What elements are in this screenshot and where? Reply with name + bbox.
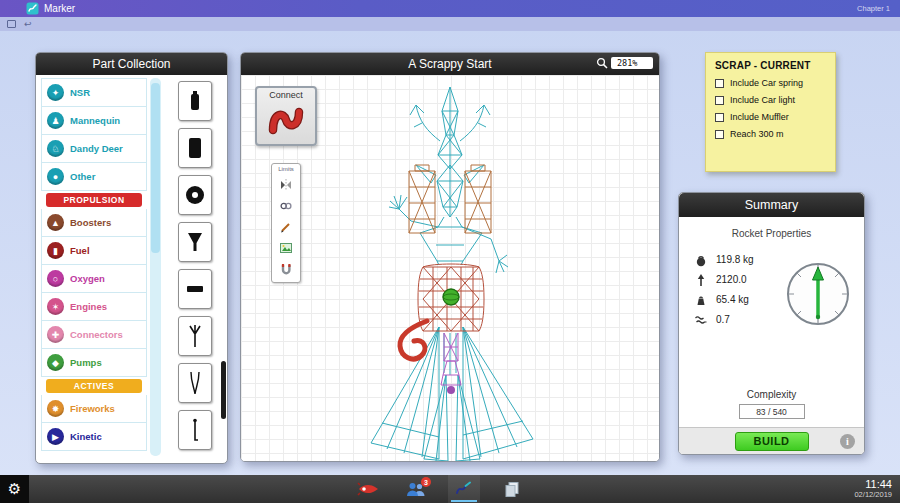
category-oxygen[interactable]: ○ Oxygen xyxy=(41,265,147,293)
category-other-icon: ● xyxy=(47,168,64,185)
category-fireworks[interactable]: ✸ Fireworks xyxy=(41,395,147,423)
app-logo-icon xyxy=(26,2,39,15)
objective-muffler[interactable]: Include Muffler xyxy=(715,112,826,122)
complexity-value: 83 / 540 xyxy=(739,404,805,419)
marker-icon xyxy=(455,481,473,497)
category-fuel-icon: ▮ xyxy=(47,242,64,259)
stat-mass: 119.8 kg xyxy=(694,253,754,266)
texture-tool-icon[interactable] xyxy=(278,240,294,256)
section-banner-actives: ACTIVES xyxy=(46,379,142,393)
clock-area: 11:44 02/12/2019 xyxy=(854,478,892,499)
rocket-properties-label: Rocket Properties xyxy=(679,228,864,239)
thumbnail-wheel-part[interactable] xyxy=(178,175,212,215)
selected-part-card[interactable]: Connect xyxy=(255,86,317,146)
workshop-header: A Scrappy Start 281% xyxy=(241,53,659,75)
thumbnail-plate-part[interactable] xyxy=(178,269,212,309)
checkbox-icon[interactable] xyxy=(715,96,724,105)
link-tool-icon[interactable] xyxy=(278,198,294,214)
category-list: ✦ NSR ♟ Mannequin ♘ Dandy Deer ● Other P… xyxy=(41,78,147,463)
plate-part-icon xyxy=(184,275,206,303)
rocket-stats: 119.8 kg 2120.0 65.4 kg xyxy=(694,253,754,326)
category-fireworks-icon: ✸ xyxy=(47,400,64,417)
objective-reach-300m[interactable]: Reach 300 m xyxy=(715,129,826,139)
thumbnail-clamp-part[interactable] xyxy=(178,363,212,403)
whisk-part-icon xyxy=(184,322,206,350)
battery-part-icon xyxy=(184,87,206,115)
category-pumps[interactable]: ◆ Pumps xyxy=(41,349,147,377)
zoom-control[interactable]: 281% xyxy=(596,57,653,69)
taskbar-copy-app[interactable] xyxy=(496,475,528,503)
complexity-label: Complexity xyxy=(679,389,864,400)
tool-palette-label: Limits xyxy=(278,166,294,172)
menu-strip: ↩ xyxy=(0,17,900,31)
category-connectors[interactable]: ✚ Connectors xyxy=(41,321,147,349)
zoom-level[interactable]: 281% xyxy=(611,57,653,69)
workshop-panel: A Scrappy Start 281% xyxy=(240,52,660,462)
app-window: Marker Chapter 1 ↩ Part Collection ✦ NSR… xyxy=(0,0,900,503)
thumbnail-block-part[interactable] xyxy=(178,128,212,168)
part-thumbnail-list xyxy=(164,78,225,463)
checkbox-icon[interactable] xyxy=(715,130,724,139)
category-boosters[interactable]: ▲ Boosters xyxy=(41,209,147,237)
category-dandy-deer-icon: ♘ xyxy=(47,140,64,157)
build-button[interactable]: BUILD xyxy=(735,432,809,451)
category-scrollbar[interactable] xyxy=(150,78,161,456)
date: 02/12/2019 xyxy=(854,490,892,499)
clamp-part-icon xyxy=(184,369,206,397)
stability-gauge xyxy=(781,257,855,331)
clock: 11:44 xyxy=(854,478,892,490)
notification-badge: 3 xyxy=(421,477,431,487)
copy-icon xyxy=(504,481,520,497)
category-pumps-icon: ◆ xyxy=(47,354,64,371)
thrust-icon xyxy=(694,273,708,287)
category-boosters-icon: ▲ xyxy=(47,214,64,231)
category-engines[interactable]: ✶ Engines xyxy=(41,293,147,321)
workshop-title: A Scrappy Start xyxy=(408,57,491,71)
taskbar-marker-app-active[interactable] xyxy=(448,475,480,503)
window-menu-icon[interactable] xyxy=(7,20,16,28)
category-dandy-deer[interactable]: ♘ Dandy Deer xyxy=(41,135,147,163)
category-other[interactable]: ● Other xyxy=(41,163,147,191)
checkbox-icon[interactable] xyxy=(715,79,724,88)
title-bar: Marker Chapter 1 xyxy=(0,0,900,17)
start-button[interactable]: ⚙ xyxy=(0,475,29,503)
category-nsr[interactable]: ✦ NSR xyxy=(41,79,147,107)
mirror-tool-icon[interactable] xyxy=(278,177,294,193)
summary-panel: Summary Rocket Properties 119.8 kg 2120.… xyxy=(678,192,865,455)
magnet-tool-icon[interactable] xyxy=(278,261,294,277)
objective-car-light[interactable]: Include Car light xyxy=(715,95,826,105)
category-engines-icon: ✶ xyxy=(47,298,64,315)
thumbnail-funnel-part[interactable] xyxy=(178,222,212,262)
taskbar-rocket-app[interactable] xyxy=(352,475,384,503)
drag-icon xyxy=(694,313,708,327)
chapter-label: Chapter 1 xyxy=(857,4,890,13)
tool-palette: Limits xyxy=(271,163,301,283)
objective-car-spring[interactable]: Include Car spring xyxy=(715,78,826,88)
back-arrow-icon[interactable]: ↩ xyxy=(24,20,32,28)
summary-footer: BUILD i xyxy=(679,427,864,454)
category-nsr-icon: ✦ xyxy=(47,84,64,101)
taskbar-community-app[interactable]: 3 xyxy=(400,475,432,503)
paint-tool-icon[interactable] xyxy=(278,219,294,235)
thumbnail-battery-part[interactable] xyxy=(178,81,212,121)
checkbox-icon[interactable] xyxy=(715,113,724,122)
category-mannequin[interactable]: ♟ Mannequin xyxy=(41,107,147,135)
rocket-icon xyxy=(357,481,379,497)
part-collection-panel: Part Collection ✦ NSR ♟ Mannequin ♘ Dand… xyxy=(35,52,228,464)
dry-mass-icon xyxy=(694,293,708,307)
magnifier-icon xyxy=(596,57,608,69)
block-part-icon xyxy=(184,134,206,162)
taskbar: ⚙ 3 xyxy=(0,475,900,503)
category-mannequin-icon: ♟ xyxy=(47,112,64,129)
funnel-part-icon xyxy=(184,228,206,256)
build-canvas[interactable]: Connect Limits xyxy=(241,75,659,461)
category-fuel[interactable]: ▮ Fuel xyxy=(41,237,147,265)
info-button[interactable]: i xyxy=(840,434,855,449)
category-scrollbar-thumb[interactable] xyxy=(151,83,160,253)
thumbnail-whisk-part[interactable] xyxy=(178,316,212,356)
thumbnail-rod-part[interactable] xyxy=(178,410,212,450)
thumbnail-scrollbar[interactable] xyxy=(221,361,226,419)
category-kinetic[interactable]: ▶ Kinetic xyxy=(41,423,147,451)
category-oxygen-icon: ○ xyxy=(47,270,64,287)
category-kinetic-icon: ▶ xyxy=(47,428,64,445)
